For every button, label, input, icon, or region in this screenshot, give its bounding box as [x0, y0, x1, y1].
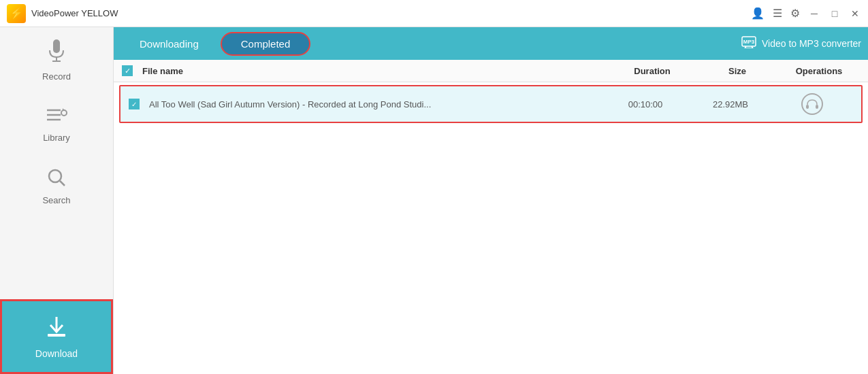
table-row[interactable]: ✓ All Too Well (Sad Girl Autumn Version)… [119, 85, 863, 123]
search-label: Search [42, 195, 70, 205]
content-area: Downloading Completed MP3 Video to MP [114, 27, 868, 374]
tab-downloading[interactable]: Downloading [120, 33, 218, 54]
row-operations [771, 93, 853, 115]
svg-rect-17 [806, 105, 809, 109]
checkbox[interactable]: ✓ [129, 99, 140, 109]
th-filename: File name [142, 66, 608, 76]
table-container: ✓ File name Duration Size Operations ✓ A… [114, 60, 868, 374]
download-icon [44, 314, 69, 345]
app-title: VideoPower YELLOW [31, 8, 118, 18]
svg-line-9 [60, 181, 65, 186]
svg-point-8 [49, 170, 61, 182]
tabs: Downloading Completed [120, 32, 310, 56]
record-label: Record [42, 71, 71, 82]
table-header: ✓ File name Duration Size Operations [114, 60, 868, 82]
svg-text:MP3: MP3 [743, 39, 755, 45]
microphone-icon [46, 39, 67, 69]
select-all-checkbox[interactable]: ✓ [122, 65, 133, 76]
app-branding: ⚡ VideoPower YELLOW [7, 4, 118, 23]
th-size: Size [696, 66, 778, 76]
sidebar-item-library[interactable]: Library [0, 94, 113, 155]
row-checkbox[interactable]: ✓ [129, 99, 149, 109]
svg-point-6 [61, 110, 67, 116]
checkmark-icon: ✓ [131, 101, 137, 108]
sidebar: Record Library Search [0, 27, 114, 374]
app-logo: ⚡ [7, 4, 26, 23]
download-button[interactable]: Download [0, 299, 113, 374]
title-bar: ⚡ VideoPower YELLOW 👤 ☰ ⚙ ─ □ ✕ [0, 0, 868, 27]
library-label: Library [43, 133, 70, 143]
window-controls: 👤 ☰ ⚙ ─ □ ✕ [751, 7, 861, 20]
svg-rect-18 [816, 105, 818, 109]
download-label: Download [35, 348, 78, 359]
library-icon [46, 106, 67, 130]
main-layout: Record Library Search [0, 27, 868, 374]
th-duration: Duration [608, 66, 696, 76]
maximize-button[interactable]: □ [829, 7, 841, 20]
list-icon[interactable]: ☰ [773, 7, 782, 20]
row-filename: All Too Well (Sad Girl Autumn Version) -… [149, 99, 601, 109]
close-button[interactable]: ✕ [849, 7, 861, 20]
svg-rect-11 [48, 334, 65, 337]
th-operations: Operations [778, 66, 860, 76]
row-size: 22.92MB [690, 99, 771, 109]
tab-completed[interactable]: Completed [221, 32, 311, 56]
headphone-button[interactable] [801, 93, 823, 115]
account-icon[interactable]: 👤 [751, 7, 765, 20]
svg-rect-0 [53, 39, 60, 53]
sidebar-item-record[interactable]: Record [0, 27, 113, 94]
settings-icon[interactable]: ⚙ [790, 7, 800, 20]
converter-button[interactable]: MP3 Video to MP3 converter [741, 36, 861, 52]
tab-bar: Downloading Completed MP3 Video to MP [114, 27, 868, 60]
sidebar-item-search[interactable]: Search [0, 155, 113, 218]
search-icon [46, 167, 67, 192]
converter-icon: MP3 [741, 36, 756, 52]
row-duration: 00:10:00 [601, 99, 690, 109]
converter-label: Video to MP3 converter [762, 38, 861, 49]
minimize-button[interactable]: ─ [808, 7, 820, 20]
